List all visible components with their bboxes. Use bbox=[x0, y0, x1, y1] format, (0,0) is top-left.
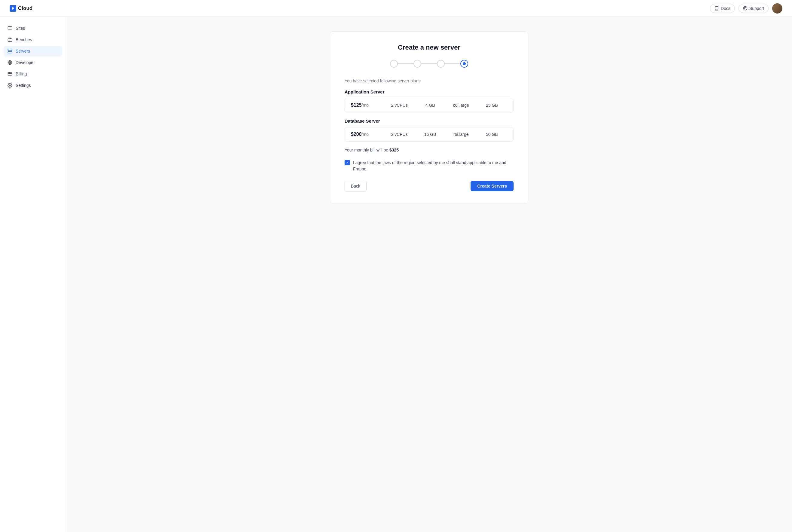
svg-line-4 bbox=[746, 7, 747, 8]
settings-icon bbox=[7, 83, 13, 88]
create-server-card: Create a new server You have selected fo… bbox=[330, 31, 528, 204]
svg-rect-6 bbox=[8, 26, 12, 29]
topnav-actions: Docs Support bbox=[710, 3, 782, 14]
sidebar-label-billing: Billing bbox=[16, 72, 27, 76]
svg-point-20 bbox=[9, 85, 11, 86]
step-4 bbox=[460, 60, 468, 68]
docs-label: Docs bbox=[721, 6, 730, 11]
db-server-title: Database Server bbox=[344, 118, 513, 124]
app-server-ram: 4 GB bbox=[415, 103, 446, 108]
agreement-checkbox[interactable] bbox=[344, 160, 350, 165]
card-title: Create a new server bbox=[344, 43, 513, 51]
sidebar-label-settings: Settings bbox=[16, 83, 31, 88]
db-server-plan-card: $200/mo 2 vCPUs 16 GB r6i.large 50 GB bbox=[344, 127, 513, 141]
svg-line-3 bbox=[746, 9, 747, 10]
svg-rect-12 bbox=[8, 49, 12, 51]
sidebar-item-servers[interactable]: Servers bbox=[4, 46, 62, 57]
database-server-section: Database Server $200/mo 2 vCPUs 16 GB r6… bbox=[344, 118, 513, 141]
layout: Sites Benches bbox=[0, 17, 792, 532]
sidebar: Sites Benches bbox=[0, 17, 66, 532]
app-server-storage: 25 GB bbox=[476, 103, 508, 108]
sidebar-label-servers: Servers bbox=[16, 49, 30, 54]
svg-rect-13 bbox=[8, 51, 12, 53]
user-avatar[interactable] bbox=[772, 3, 782, 14]
docs-button[interactable]: Docs bbox=[710, 4, 735, 13]
svg-rect-18 bbox=[8, 72, 12, 75]
logo[interactable]: F Cloud bbox=[10, 5, 33, 12]
logo-text: Cloud bbox=[18, 5, 33, 12]
plan-description: You have selected following server plans bbox=[344, 78, 513, 83]
app-server-instance: c6i.large bbox=[446, 103, 476, 108]
db-server-price: $200/mo bbox=[351, 132, 384, 137]
app-server-plan-card: $125/mo 2 vCPUs 4 GB c6i.large 25 GB bbox=[344, 98, 513, 112]
app-server-title: Application Server bbox=[344, 89, 513, 94]
sidebar-item-settings[interactable]: Settings bbox=[4, 80, 62, 91]
book-icon bbox=[714, 6, 719, 11]
step-line-2 bbox=[421, 63, 437, 64]
svg-line-5 bbox=[744, 9, 745, 10]
sidebar-label-developer: Developer bbox=[16, 60, 35, 65]
back-button[interactable]: Back bbox=[344, 180, 366, 191]
sidebar-label-sites: Sites bbox=[16, 26, 25, 31]
sidebar-item-billing[interactable]: Billing bbox=[4, 69, 62, 79]
step-line-3 bbox=[445, 63, 460, 64]
db-server-vcpus: 2 vCPUs bbox=[384, 132, 415, 137]
logo-f-icon: F bbox=[10, 5, 16, 12]
stepper bbox=[344, 60, 513, 68]
svg-point-1 bbox=[744, 7, 746, 9]
db-server-storage: 50 GB bbox=[476, 132, 508, 137]
agreement-text: I agree that the laws of the region sele… bbox=[353, 159, 513, 172]
servers-icon bbox=[7, 49, 13, 54]
svg-line-2 bbox=[744, 7, 745, 8]
avatar-image bbox=[772, 3, 782, 14]
support-label: Support bbox=[749, 6, 764, 11]
app-server-vcpus: 2 vCPUs bbox=[384, 103, 415, 108]
step-line-1 bbox=[398, 63, 413, 64]
billing-icon bbox=[7, 71, 13, 77]
sidebar-item-sites[interactable]: Sites bbox=[4, 23, 62, 34]
sidebar-label-benches: Benches bbox=[16, 37, 32, 42]
db-server-instance: r6i.large bbox=[446, 132, 476, 137]
sites-icon bbox=[7, 25, 13, 31]
benches-icon bbox=[7, 37, 13, 42]
create-servers-button[interactable]: Create Servers bbox=[471, 181, 513, 191]
support-button[interactable]: Support bbox=[738, 4, 769, 13]
step-2 bbox=[413, 60, 421, 68]
app-server-price: $125/mo bbox=[351, 102, 384, 108]
developer-icon bbox=[7, 60, 13, 65]
agreement-row: I agree that the laws of the region sele… bbox=[344, 159, 513, 172]
step-3 bbox=[437, 60, 445, 68]
topnav: F Cloud Docs Support bbox=[0, 0, 792, 17]
monthly-bill: Your monthly bill will be $325 bbox=[344, 148, 513, 152]
db-server-ram: 16 GB bbox=[415, 132, 446, 137]
step-1 bbox=[390, 60, 398, 68]
actions-row: Back Create Servers bbox=[344, 180, 513, 191]
sidebar-item-developer[interactable]: Developer bbox=[4, 57, 62, 68]
application-server-section: Application Server $125/mo 2 vCPUs 4 GB … bbox=[344, 89, 513, 112]
support-icon bbox=[743, 6, 748, 11]
sidebar-item-benches[interactable]: Benches bbox=[4, 34, 62, 45]
main-content: Create a new server You have selected fo… bbox=[66, 17, 792, 532]
